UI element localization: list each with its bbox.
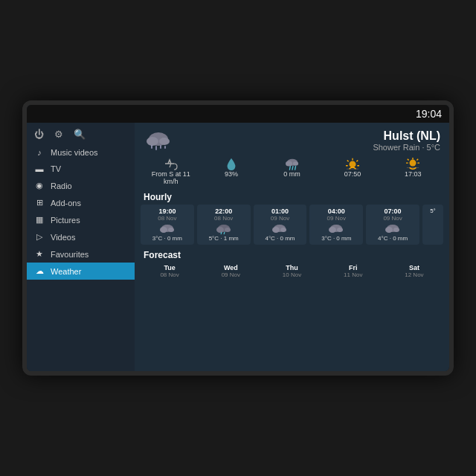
svg-point-28: [160, 227, 167, 233]
svg-line-10: [289, 167, 290, 170]
tv-frame: 19:04 ⏻ ⚙ 🔍 ♪ Music videos ▬ TV: [22, 100, 454, 376]
hourly-item-4: 07:00 09 Nov 4°C · 0 mm: [366, 205, 419, 245]
music-icon: ♪: [34, 148, 45, 157]
svg-rect-4: [155, 146, 157, 150]
weather-header: Hulst (NL) Shower Rain · 5°C: [135, 123, 449, 157]
sidebar-label-weather: Weather: [51, 267, 81, 276]
power-icon[interactable]: ⏻: [34, 129, 44, 140]
svg-point-13: [349, 161, 356, 167]
humidity-value: 93%: [225, 170, 238, 178]
sidebar: ⏻ ⚙ 🔍 ♪ Music videos ▬ TV ◉ Radio ⊞: [27, 123, 135, 371]
main-area: ⏻ ⚙ 🔍 ♪ Music videos ▬ TV ◉ Radio ⊞: [27, 123, 449, 371]
sidebar-item-weather[interactable]: ☁ Weather: [27, 263, 135, 280]
forecast-day-2: Thu: [286, 264, 298, 271]
svg-point-36: [272, 227, 280, 233]
hourly-date-2: 09 Nov: [271, 215, 289, 222]
precipitation-value: 0 mm: [283, 170, 300, 178]
pictures-icon: ▦: [34, 215, 45, 225]
hourly-date-0: 08 Nov: [158, 215, 176, 222]
sunrise-icon: [344, 157, 361, 170]
svg-line-34: [224, 232, 225, 234]
forecast-item-0: Tue 08 Nov: [141, 264, 199, 278]
hourly-temp-3: 3°C · 0 mm: [321, 235, 351, 242]
hourly-cloud-4: [384, 222, 402, 235]
forecast-date-1: 09 Nov: [222, 271, 240, 278]
tv-icon: ▬: [34, 164, 45, 173]
videos-icon: ▷: [34, 232, 45, 242]
sidebar-label-videos: Videos: [51, 233, 75, 242]
svg-point-9: [292, 161, 298, 165]
weather-content: Hulst (NL) Shower Rain · 5°C From S at 1…: [135, 123, 449, 371]
svg-line-17: [347, 161, 349, 162]
sidebar-label-tv: TV: [51, 164, 61, 173]
addons-icon: ⊞: [34, 198, 45, 208]
hourly-section-title: Hourly: [135, 190, 449, 205]
hourly-item-5: 5°: [422, 205, 443, 245]
top-bar: 19:04: [27, 105, 449, 123]
sidebar-item-pictures[interactable]: ▦ Pictures: [27, 211, 135, 228]
svg-point-8: [286, 161, 292, 166]
radio-icon: ◉: [34, 181, 45, 190]
svg-rect-5: [160, 145, 161, 149]
hourly-date-3: 09 Nov: [327, 215, 346, 222]
svg-line-12: [295, 167, 295, 170]
hourly-temp-0: 3°C · 0 mm: [152, 235, 182, 242]
search-icon[interactable]: 🔍: [74, 129, 86, 140]
svg-point-42: [385, 227, 393, 233]
wind-icon: [162, 157, 180, 170]
weather-description: Shower Rain · 5°C: [173, 143, 440, 152]
forecast-item-1: Wed 09 Nov: [202, 264, 260, 278]
forecast-day-3: Fri: [349, 264, 358, 271]
main-cloud-icon: [144, 129, 173, 152]
weather-location: Hulst (NL) Shower Rain · 5°C: [173, 129, 440, 152]
forecast-date-3: 11 Nov: [344, 271, 362, 278]
forecast-row: Tue 08 Nov Wed 09 Nov Thu 10 Nov Fri 11 …: [135, 263, 449, 280]
sidebar-item-tv[interactable]: ▬ TV: [27, 161, 135, 177]
svg-point-40: [337, 228, 343, 232]
weather-details-row: From S at 11km/h 93%: [135, 157, 449, 190]
detail-wind: From S at 11km/h: [144, 157, 198, 185]
hourly-cloud-3: [327, 222, 345, 235]
sidebar-item-addons[interactable]: ⊞ Add-ons: [27, 194, 135, 211]
forecast-section-title: Forecast: [135, 248, 449, 263]
svg-line-24: [408, 159, 409, 161]
screen: 19:04 ⏻ ⚙ 🔍 ♪ Music videos ▬ TV: [27, 105, 449, 371]
sidebar-item-favourites[interactable]: ★ Favourites: [27, 245, 135, 263]
hourly-time-1: 22:00: [215, 208, 232, 215]
sunset-value: 17:03: [405, 170, 422, 178]
hourly-time-2: 01:00: [271, 208, 289, 215]
gear-icon[interactable]: ⚙: [54, 129, 63, 140]
svg-point-20: [410, 160, 416, 167]
hourly-date-4: 09 Nov: [383, 215, 402, 222]
hourly-item-2: 01:00 09 Nov 4°C · 0 mm: [254, 205, 307, 245]
svg-point-32: [225, 228, 231, 232]
svg-point-1: [147, 137, 158, 146]
hourly-cloud-2: [271, 222, 289, 235]
sidebar-item-videos[interactable]: ▷ Videos: [27, 228, 135, 245]
sidebar-label-radio: Radio: [51, 181, 72, 190]
sidebar-label-addons: Add-ons: [51, 199, 81, 208]
sidebar-item-radio[interactable]: ◉ Radio: [27, 177, 135, 194]
forecast-item-4: Sat 12 Nov: [385, 264, 443, 278]
forecast-day-0: Tue: [164, 264, 175, 271]
hourly-temp-5: 5°: [430, 208, 436, 214]
svg-point-2: [159, 138, 170, 145]
wind-value: From S at 11km/h: [152, 170, 190, 185]
detail-precipitation: 0 mm: [265, 157, 319, 185]
sunrise-value: 07:50: [344, 170, 361, 178]
svg-line-15: [356, 161, 358, 162]
hourly-date-1: 08 Nov: [214, 215, 233, 222]
detail-sunset: 17:03: [386, 157, 440, 185]
sidebar-item-music-videos[interactable]: ♪ Music videos: [27, 144, 135, 161]
forecast-date-2: 10 Nov: [283, 271, 301, 278]
svg-point-31: [216, 227, 224, 233]
forecast-item-3: Fri 11 Nov: [324, 264, 382, 278]
sidebar-label-pictures: Pictures: [51, 216, 80, 225]
detail-sunrise: 07:50: [325, 157, 379, 185]
sidebar-label-favourites: Favourites: [51, 250, 89, 259]
drop-icon: [225, 157, 237, 170]
hourly-time-0: 19:00: [158, 208, 176, 215]
forecast-date-0: 08 Nov: [160, 271, 178, 278]
weather-nav-icon: ☁: [34, 266, 45, 276]
hourly-time-4: 07:00: [385, 208, 402, 215]
